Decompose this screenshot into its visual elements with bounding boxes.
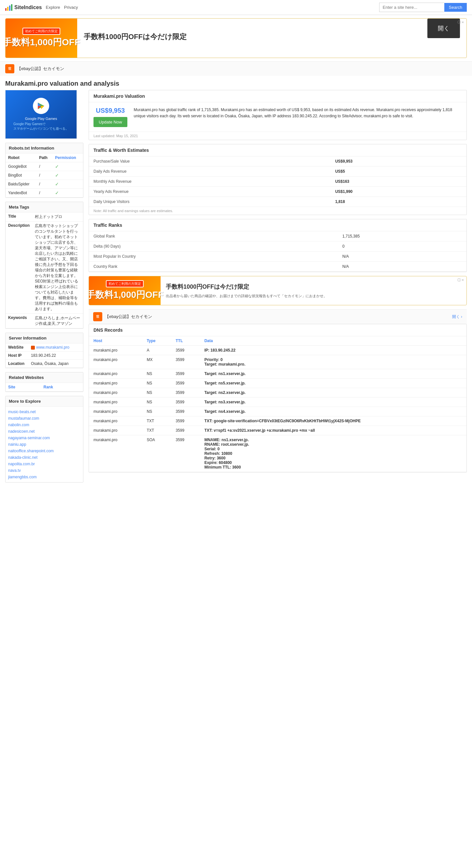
header-left: SiteIndices Explore Privacy xyxy=(5,4,78,11)
explore-link-item[interactable]: napolita.com.br xyxy=(8,461,81,467)
dns-row: murakami.pro TXT 3599 TXT: v=spf1 +a:sv2… xyxy=(89,426,467,435)
dns-data: IP: 183.90.245.22 xyxy=(200,346,467,355)
server-value: 183.90.245.22 xyxy=(28,351,83,360)
explore-link-item[interactable]: jiamengbbs.com xyxy=(8,474,81,480)
dns-host: murakami.pro xyxy=(89,379,142,388)
valuation-title: Murakami.pro Valuation xyxy=(89,90,467,102)
update-now-button[interactable]: Update Now xyxy=(93,117,127,127)
explore-box: More to Explore music-beats.netmustafaum… xyxy=(5,396,84,483)
dns-table: Host Type TTL Data murakami.pro A 3599 I… xyxy=(89,336,467,472)
dns-row: murakami.pro NS 3599 Target: ns1.xserver… xyxy=(89,369,467,379)
ranks-value: N/A xyxy=(338,261,467,272)
dns-type: A xyxy=(142,346,171,355)
server-row: WebSite www.murakami.pro xyxy=(5,343,83,351)
left-ad-inner: Google Play Games Google Play Gamesでスマホゲ… xyxy=(5,90,76,138)
explore-link-item[interactable]: nadesicoen.net xyxy=(8,428,81,435)
explore-link-item[interactable]: music-beats.net xyxy=(8,409,81,415)
meta-row: Keywords 広島,ひろしま,ホームページ作成,楽天,アマゾン xyxy=(5,314,83,329)
logo-bar-4 xyxy=(11,4,12,11)
traffic-value: US$9,953 xyxy=(331,156,467,166)
left-ad-banner: Google Play Games Google Play Gamesでスマホゲ… xyxy=(5,90,77,139)
nav: Explore Privacy xyxy=(45,5,78,10)
robot-name: GoogleBot xyxy=(5,162,36,171)
dns-host: murakami.pro xyxy=(89,398,142,407)
nav-privacy[interactable]: Privacy xyxy=(64,5,78,10)
meta-table: Title 村上ドットプロ Description 広島市でネットショップのコン… xyxy=(5,212,83,329)
dns-ttl: 3599 xyxy=(171,407,200,416)
dns-row: murakami.pro MX 3599 Priority: 0Target: … xyxy=(89,355,467,369)
explore-link-item[interactable]: nakada-clinic.net xyxy=(8,454,81,461)
dns-host: murakami.pro xyxy=(89,416,142,426)
dns-row: murakami.pro TXT 3599 TXT: google-site-v… xyxy=(89,416,467,426)
dns-host: murakami.pro xyxy=(89,369,142,379)
traffic-label: Daily Ads Revenue xyxy=(89,166,331,177)
meta-box: Meta Tags Title 村上ドットプロ Description 広島市で… xyxy=(5,202,84,329)
server-key: Location xyxy=(5,360,28,368)
left-ad-badge: Google Play Gamesでスマホゲームがパソコンでも遊べる。 xyxy=(13,122,69,131)
meta-row: Description 広島市でネットショップのコンサルタントを行っています。初… xyxy=(5,222,83,314)
google-play-logo xyxy=(33,98,49,114)
explore-link-item[interactable]: nava.tv xyxy=(8,467,81,474)
dns-box: DNS Records Host Type TTL Data murakami.… xyxy=(89,324,467,472)
traffic-value: US$163 xyxy=(331,177,467,187)
search-input[interactable] xyxy=(379,3,444,12)
valuation-inner: US$9,953 Update Now Murakami.pro has glo… xyxy=(89,102,467,132)
dns-type: MX xyxy=(142,355,171,369)
meta-value: 広島市でネットショップのコンサルタントを行っています。初めてネットショップに出店… xyxy=(32,222,83,314)
ad-middle-close[interactable]: ⓘ × xyxy=(457,278,464,282)
ranks-label: Global Rank xyxy=(89,231,338,242)
valuation-amount: US$9,953 xyxy=(96,107,125,114)
explore-link-item[interactable]: nabolin.com xyxy=(8,422,81,428)
dns-type: TXT xyxy=(142,426,171,435)
dns-data: Target: ns2.xserver.jp. xyxy=(200,388,467,398)
robot-permission: ✓ xyxy=(53,162,83,171)
explore-links: music-beats.netmustafaumar.comnabolin.co… xyxy=(5,407,83,482)
dns-data: MNAME: ns1.xserver.jp.RNAME: root.xserve… xyxy=(200,435,467,472)
robot-path: / xyxy=(36,180,53,189)
dns-data: TXT: v=spf1 +a:sv2021.xserver.jp +a:mura… xyxy=(200,426,467,435)
dns-row: murakami.pro NS 3599 Target: ns5.xserver… xyxy=(89,379,467,388)
dns-ttl: 3599 xyxy=(171,435,200,472)
last-updated: Last updated: May 15, 2021 xyxy=(89,132,467,140)
website-link[interactable]: www.murakami.pro xyxy=(36,345,69,350)
dns-ttl: 3599 xyxy=(171,426,200,435)
header: SiteIndices Explore Privacy Search xyxy=(0,0,472,15)
ad-center-title: 手数料1000円OFFは今だけ限定 xyxy=(84,32,421,42)
traffic-table: Purchase/Sale Value US$9,953 Daily Ads R… xyxy=(89,156,467,207)
robot-permission: ✓ xyxy=(53,180,83,189)
traffic-note: Note: All traffic and earnings values ar… xyxy=(89,207,467,215)
dns-type: SOA xyxy=(142,435,171,472)
meta-value: 広島,ひろしま,ホームページ作成,楽天,アマゾン xyxy=(32,314,83,329)
ad-close-top[interactable]: ⓘ × xyxy=(457,20,464,25)
robot-permission: ✓ xyxy=(53,171,83,180)
explore-link-item[interactable]: mustafaumar.com xyxy=(8,415,81,422)
ad-logo-row: 世 【ebay公認】セカイモン xyxy=(0,61,472,76)
dns-type: TXT xyxy=(142,416,171,426)
ad-open-link[interactable]: 開く › xyxy=(452,314,462,320)
dns-ttl: 3599 xyxy=(171,369,200,379)
explore-link-item[interactable]: nagayama-seminar.com xyxy=(8,435,81,441)
traffic-label: Daily Unique Visitors xyxy=(89,197,331,207)
ad-open-button[interactable]: 開く xyxy=(428,19,460,38)
traffic-row: Yearly Ads Revenue US$1,990 xyxy=(89,187,467,197)
valuation-box: Murakami.pro Valuation US$9,953 Update N… xyxy=(89,90,467,140)
ranks-box: Traffic Ranks Global Rank 1,715,385 Delt… xyxy=(89,219,467,272)
robots-col-path: Path xyxy=(36,153,53,162)
robot-name: BaiduSpider xyxy=(5,180,36,189)
nav-explore[interactable]: Explore xyxy=(45,5,60,10)
ad-logo-small: 世 xyxy=(5,64,14,73)
dns-data: Target: ns3.xserver.jp. xyxy=(200,398,467,407)
traffic-value: US$1,990 xyxy=(331,187,467,197)
explore-link-item[interactable]: naitooffice.sharepoint.com xyxy=(8,448,81,454)
dns-ttl: 3599 xyxy=(171,379,200,388)
dns-ttl: 3599 xyxy=(171,398,200,407)
robot-name: YandexBot xyxy=(5,189,36,197)
server-title: Server Information xyxy=(5,333,83,343)
traffic-box: Traffic & Worth Estimates Purchase/Sale … xyxy=(89,144,467,215)
traffic-value: US$5 xyxy=(331,166,467,177)
ranks-label: Most Popular In Country xyxy=(89,251,338,261)
ad-middle-discount: 手数料1,000円OFF xyxy=(89,289,163,301)
ranks-value: 1,715,385 xyxy=(338,231,467,242)
explore-link-item[interactable]: nainiu.app xyxy=(8,441,81,448)
search-button[interactable]: Search xyxy=(444,3,467,12)
